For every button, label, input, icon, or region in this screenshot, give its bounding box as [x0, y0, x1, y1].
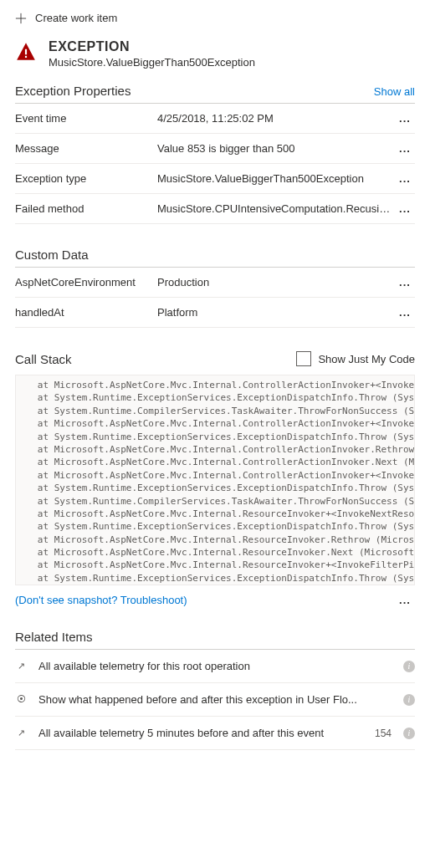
warning-triangle-icon — [15, 41, 37, 63]
more-icon[interactable]: ... — [395, 306, 415, 319]
custom-data-heading: Custom Data — [15, 248, 89, 262]
property-key: Message — [15, 142, 157, 155]
custom-value: Platform — [157, 306, 395, 319]
info-icon: i — [403, 661, 415, 672]
property-value: MusicStore.ValueBiggerThan500Exception — [157, 172, 395, 185]
more-icon[interactable]: ... — [395, 142, 415, 155]
open-external-icon: ↗ — [15, 728, 27, 739]
svg-rect-2 — [25, 49, 27, 55]
property-value: Value 853 is bigger than 500 — [157, 142, 395, 155]
property-key: Event time — [15, 112, 157, 125]
property-row: Message Value 853 is bigger than 500 ... — [15, 134, 415, 164]
property-key: Exception type — [15, 172, 157, 185]
checkbox-icon — [296, 351, 311, 366]
more-icon[interactable]: ... — [395, 172, 415, 185]
user-flow-icon: ⦿ — [15, 694, 27, 706]
create-work-item-label: Create work item — [35, 12, 117, 24]
more-icon[interactable]: ... — [395, 594, 415, 606]
property-row: Exception type MusicStore.ValueBiggerTha… — [15, 164, 415, 194]
call-stack-heading: Call Stack — [15, 352, 72, 366]
call-stack-text[interactable]: at Microsoft.AspNetCore.Mvc.Internal.Con… — [15, 375, 415, 585]
more-icon[interactable]: ... — [395, 112, 415, 125]
custom-key: handledAt — [15, 306, 157, 319]
plus-icon — [15, 13, 27, 24]
related-item-label: Show what happened before and after this… — [38, 693, 380, 706]
exception-properties-heading: Exception Properties — [15, 84, 131, 98]
related-item-count: 154 — [375, 728, 392, 739]
property-key: Failed method — [15, 202, 157, 215]
property-value: MusicStore.CPUIntensiveComputation.Recus… — [157, 202, 395, 215]
custom-data-row: handledAt Platform ... — [15, 298, 415, 328]
exception-title: EXCEPTION — [49, 39, 255, 54]
show-just-my-code-label: Show Just My Code — [318, 353, 415, 365]
info-icon: i — [403, 694, 415, 706]
related-item-label: All available telemetry for this root op… — [38, 660, 380, 672]
custom-value: Production — [157, 276, 395, 288]
custom-key: AspNetCoreEnvironment — [15, 276, 157, 288]
troubleshoot-link[interactable]: (Don't see snapshot? Troubleshoot) — [15, 594, 187, 606]
exception-subtitle: MusicStore.ValueBiggerThan500Exception — [49, 56, 255, 69]
more-icon[interactable]: ... — [395, 276, 415, 288]
info-icon: i — [403, 728, 415, 739]
property-row: Failed method MusicStore.CPUIntensiveCom… — [15, 194, 415, 224]
more-icon[interactable]: ... — [395, 202, 415, 215]
related-item[interactable]: ↗ All available telemetry for this root … — [15, 650, 415, 683]
open-external-icon: ↗ — [15, 661, 27, 672]
svg-rect-3 — [25, 56, 27, 58]
property-row: Event time 4/25/2018, 11:25:02 PM ... — [15, 104, 415, 134]
show-just-my-code-checkbox[interactable]: Show Just My Code — [296, 351, 415, 366]
custom-data-row: AspNetCoreEnvironment Production ... — [15, 268, 415, 298]
related-item[interactable]: ⦿ Show what happened before and after th… — [15, 683, 415, 717]
property-value: 4/25/2018, 11:25:02 PM — [157, 112, 395, 125]
show-all-link[interactable]: Show all — [374, 85, 415, 98]
related-items-heading: Related Items — [15, 630, 93, 644]
create-work-item-button[interactable]: Create work item — [15, 12, 415, 24]
related-item[interactable]: ↗ All available telemetry 5 minutes befo… — [15, 717, 415, 750]
related-item-label: All available telemetry 5 minutes before… — [38, 727, 363, 739]
